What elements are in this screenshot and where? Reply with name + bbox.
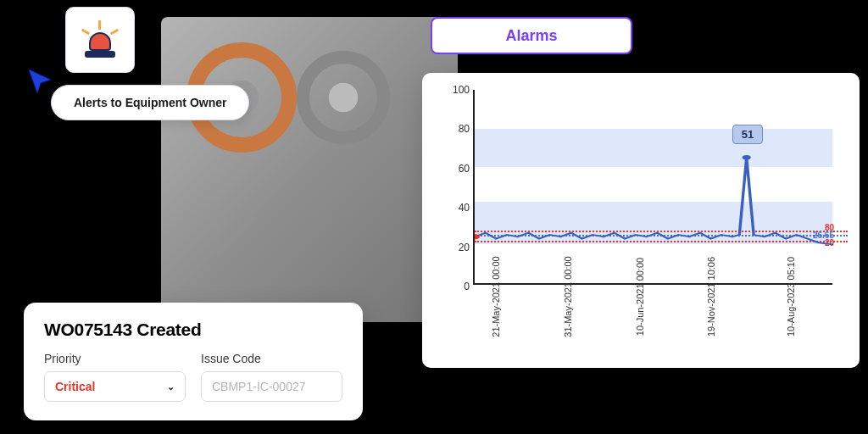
x-tick-label: 10-Aug-2023 05:10: [786, 257, 796, 337]
issue-code-value: CBMP1-IC-00027: [212, 380, 306, 393]
issue-code-input[interactable]: CBMP1-IC-00027: [201, 371, 342, 402]
alarms-chart-card: 80 26.65 20 51 020406080100 21-May-2021 …: [422, 73, 860, 368]
work-order-card: WO075143 Created Priority Critical ⌄ Iss…: [24, 303, 363, 420]
equipment-wheel: [297, 51, 390, 144]
cursor-icon: [25, 66, 56, 97]
priority-select[interactable]: Critical ⌄: [44, 371, 186, 402]
chart-line: [475, 90, 832, 283]
y-tick-label: 20: [448, 242, 470, 253]
chart-plot-area: 80 26.65 20 51: [473, 90, 832, 285]
chart-tooltip: 51: [732, 125, 763, 144]
y-tick-label: 0: [448, 281, 470, 292]
alarms-header[interactable]: Alarms: [431, 17, 632, 54]
chevron-down-icon: ⌄: [167, 381, 175, 392]
x-tick-label: 19-Nov-2021 10:06: [706, 257, 716, 337]
x-tick-label: 10-Jun-2021 00:00: [635, 258, 645, 336]
priority-label: Priority: [44, 352, 186, 365]
alert-icon-card: [65, 7, 135, 73]
issue-code-label: Issue Code: [201, 352, 342, 365]
y-tick-label: 80: [448, 123, 470, 135]
alarms-chart[interactable]: 80 26.65 20 51 020406080100 21-May-2021 …: [427, 85, 849, 361]
y-tick-label: 60: [448, 163, 470, 175]
siren-icon: [81, 22, 119, 58]
work-order-title: WO075143 Created: [44, 320, 342, 340]
svg-point-0: [743, 155, 751, 159]
x-tick-label: 31-May-2021 00:00: [563, 256, 573, 337]
alerts-pill[interactable]: Alerts to Equipment Owner: [51, 85, 249, 120]
y-tick-label: 40: [448, 202, 470, 214]
y-tick-label: 100: [448, 84, 470, 96]
x-tick-label: 21-May-2021 00:00: [491, 256, 501, 337]
priority-value: Critical: [55, 380, 95, 393]
